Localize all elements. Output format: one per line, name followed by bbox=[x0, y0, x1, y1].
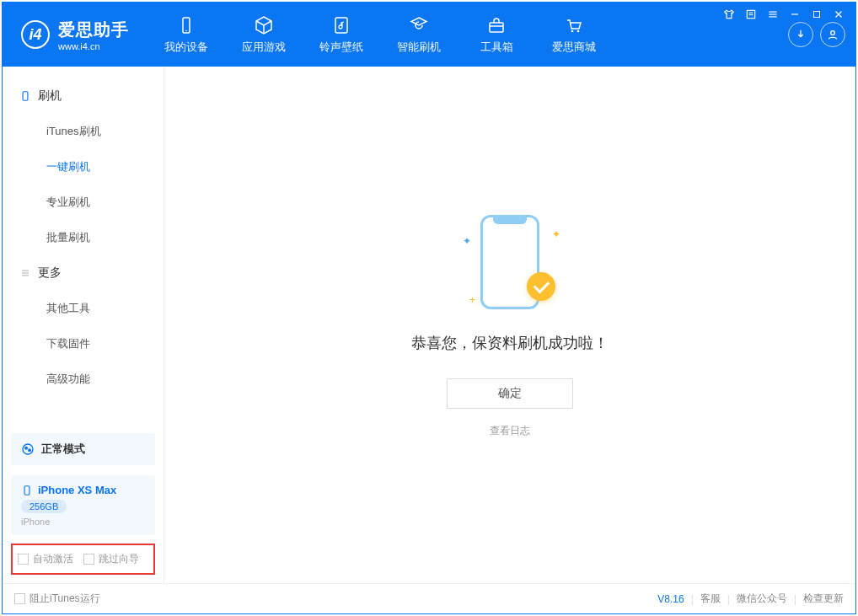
sparkle-icon: ✦ bbox=[463, 235, 471, 247]
version-label: V8.16 bbox=[657, 593, 684, 605]
nav-label: 铃声壁纸 bbox=[319, 40, 363, 55]
nav-apps-games[interactable]: 应用游戏 bbox=[225, 3, 303, 67]
sidebar-item-itunes-flash[interactable]: iTunes刷机 bbox=[3, 114, 164, 149]
svg-rect-25 bbox=[24, 485, 29, 495]
device-icon bbox=[175, 14, 197, 36]
cart-icon bbox=[563, 14, 585, 36]
sidebar-item-other-tools[interactable]: 其他工具 bbox=[3, 291, 164, 326]
checkbox-box bbox=[14, 593, 25, 604]
nav-my-device[interactable]: 我的设备 bbox=[147, 3, 225, 67]
nav-ringtone-wallpaper[interactable]: 铃声壁纸 bbox=[303, 3, 380, 67]
list-icon bbox=[19, 267, 31, 279]
download-button[interactable] bbox=[788, 22, 813, 47]
statusbar: 阻止iTunes运行 V8.16 | 客服 | 微信公众号 | 检查更新 bbox=[3, 583, 855, 613]
main-content: ✦ ✦ + 恭喜您，保资料刷机成功啦！ 确定 查看日志 bbox=[164, 67, 855, 583]
checkbox-box bbox=[18, 554, 29, 565]
user-button[interactable] bbox=[820, 22, 845, 47]
section-title: 刷机 bbox=[38, 88, 62, 104]
logo-text-cn: 爱思助手 bbox=[58, 19, 129, 41]
sidebar-item-batch-flash[interactable]: 批量刷机 bbox=[3, 220, 164, 255]
sparkle-icon: + bbox=[469, 294, 475, 306]
wechat-link[interactable]: 微信公众号 bbox=[737, 592, 787, 606]
checkbox-box bbox=[83, 554, 94, 565]
mode-block[interactable]: 正常模式 bbox=[11, 433, 155, 465]
svg-point-23 bbox=[25, 447, 28, 449]
checkbox-label: 阻止iTunes运行 bbox=[29, 592, 100, 606]
checkbox-label: 自动激活 bbox=[33, 552, 73, 566]
checkbox-block-itunes[interactable]: 阻止iTunes运行 bbox=[14, 592, 100, 606]
sidebar-item-pro-flash[interactable]: 专业刷机 bbox=[3, 185, 164, 220]
sidebar-section-more[interactable]: 更多 bbox=[3, 255, 164, 291]
section-title: 更多 bbox=[38, 265, 62, 281]
device-type: iPhone bbox=[21, 517, 145, 527]
sidebar-section-flash[interactable]: 刷机 bbox=[3, 78, 164, 114]
ok-button[interactable]: 确定 bbox=[447, 378, 573, 409]
sidebar: 刷机 iTunes刷机 一键刷机 专业刷机 批量刷机 更多 其他工具 下载固件 … bbox=[3, 67, 164, 583]
svg-rect-13 bbox=[490, 23, 503, 32]
checkbox-auto-activate[interactable]: 自动激活 bbox=[18, 552, 73, 566]
cube-icon bbox=[253, 14, 275, 36]
list-icon[interactable] bbox=[743, 8, 759, 21]
music-icon bbox=[330, 14, 352, 36]
nav-store[interactable]: 爱思商城 bbox=[535, 3, 613, 67]
svg-point-17 bbox=[831, 31, 835, 35]
nav-label: 我的设备 bbox=[164, 40, 208, 55]
svg-point-16 bbox=[577, 30, 580, 33]
success-message: 恭喜您，保资料刷机成功啦！ bbox=[411, 333, 609, 353]
nav-toolbox[interactable]: 工具箱 bbox=[458, 3, 535, 67]
nav-label: 智能刷机 bbox=[397, 40, 441, 55]
close-button[interactable] bbox=[830, 8, 847, 21]
nav-flash[interactable]: 智能刷机 bbox=[380, 3, 458, 67]
svg-rect-18 bbox=[23, 92, 28, 101]
logo-icon: i4 bbox=[21, 20, 50, 49]
maximize-button[interactable] bbox=[808, 8, 825, 21]
sidebar-item-download-firmware[interactable]: 下载固件 bbox=[3, 326, 164, 362]
svg-rect-7 bbox=[814, 12, 820, 18]
checkbox-label: 跳过向导 bbox=[99, 552, 139, 566]
logo[interactable]: i4 爱思助手 www.i4.cn bbox=[3, 3, 147, 67]
device-icon bbox=[21, 485, 33, 496]
sidebar-item-advanced[interactable]: 高级功能 bbox=[3, 362, 164, 397]
view-log-link[interactable]: 查看日志 bbox=[490, 424, 530, 438]
nav-label: 爱思商城 bbox=[552, 40, 596, 55]
svg-point-24 bbox=[29, 449, 31, 452]
device-storage: 256GB bbox=[21, 500, 67, 513]
nav-label: 工具箱 bbox=[480, 40, 513, 55]
update-link[interactable]: 检查更新 bbox=[803, 592, 844, 606]
minimize-button[interactable] bbox=[786, 8, 803, 21]
menu-icon[interactable] bbox=[764, 8, 781, 21]
nav-tabs: 我的设备 应用游戏 铃声壁纸 智能刷机 工具箱 爱思商城 bbox=[147, 3, 613, 67]
check-badge-icon bbox=[527, 272, 555, 301]
sidebar-item-oneclick-flash[interactable]: 一键刷机 bbox=[3, 149, 164, 185]
sparkle-icon: ✦ bbox=[552, 228, 560, 240]
checkbox-skip-guide[interactable]: 跳过向导 bbox=[83, 552, 139, 566]
svg-point-11 bbox=[185, 30, 187, 32]
toolbox-icon bbox=[485, 14, 507, 36]
mode-label: 正常模式 bbox=[41, 442, 85, 457]
nav-label: 应用游戏 bbox=[242, 40, 286, 55]
svg-point-22 bbox=[23, 444, 33, 454]
logo-text-en: www.i4.cn bbox=[58, 41, 129, 51]
svg-point-15 bbox=[571, 30, 574, 33]
device-block[interactable]: iPhone XS Max 256GB iPhone bbox=[11, 475, 155, 535]
phone-icon bbox=[19, 90, 31, 102]
support-link[interactable]: 客服 bbox=[700, 592, 721, 606]
mode-icon bbox=[21, 442, 35, 456]
device-name: iPhone XS Max bbox=[38, 484, 116, 496]
success-illustration: ✦ ✦ + bbox=[459, 212, 560, 313]
checkbox-row-highlighted: 自动激活 跳过向导 bbox=[11, 544, 155, 575]
refresh-icon bbox=[408, 14, 430, 36]
tshirt-icon[interactable] bbox=[721, 8, 737, 21]
